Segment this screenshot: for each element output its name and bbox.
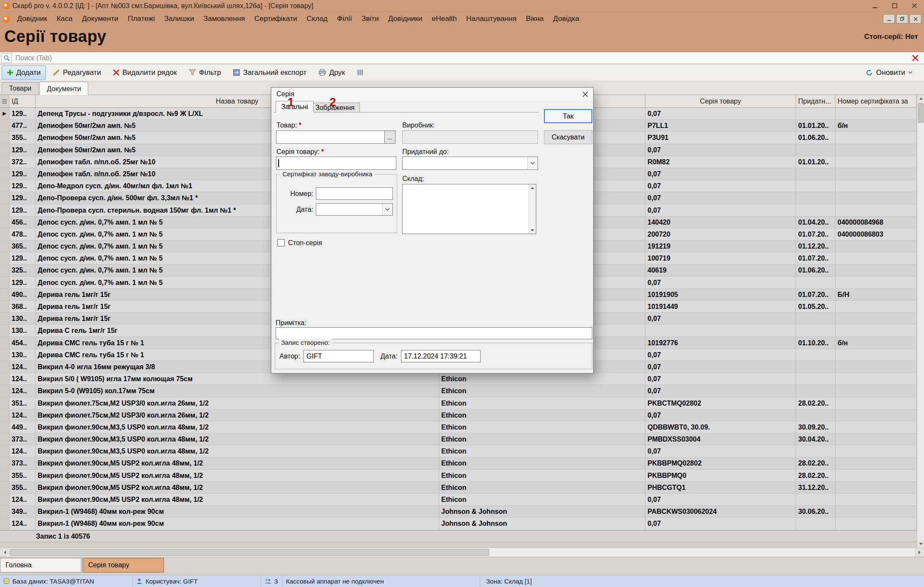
manufacturer-input[interactable] (402, 130, 538, 144)
table-row[interactable]: 351..Викрил фиолет.75см,М2 USP3/0 кол.иг… (0, 397, 917, 409)
cell-expiry (796, 205, 835, 216)
product-picker-button[interactable]: ... (385, 130, 395, 144)
tab-tovary[interactable]: Товари (2, 82, 39, 95)
text-caret (278, 159, 279, 167)
cell-certificate (835, 264, 917, 276)
table-row[interactable]: 449..Викрил фиолет.90см,М3,5 USP0 кол.иг… (0, 421, 917, 433)
horizontal-scrollbar[interactable] (0, 548, 924, 557)
dialog-tab-general[interactable]: Загальні (276, 101, 314, 113)
series-input[interactable] (276, 157, 396, 170)
scroll-left-arrow[interactable] (0, 548, 9, 557)
close-button[interactable] (904, 0, 924, 12)
table-row[interactable]: 373..Викрил фиолет.90см,М3,5 USP0 кол.иг… (0, 433, 917, 445)
menu-item[interactable]: Замовлення (199, 12, 250, 26)
scroll-down-arrow[interactable] (917, 540, 924, 548)
product-input[interactable] (276, 130, 385, 144)
cell-manufacturer: Ethicon (439, 445, 645, 457)
dialog-title-bar[interactable]: Серія (271, 88, 593, 101)
scroll-down-arrow[interactable] (529, 227, 536, 234)
export-button[interactable]: Загальний експорт (228, 65, 312, 80)
menu-item[interactable]: Філії (333, 12, 357, 26)
print-button[interactable]: Друк (313, 65, 350, 80)
combo-arrow-icon[interactable] (527, 157, 538, 169)
table-row[interactable]: 124..Викрил фиолет.90см,М3,5 USP0 кол.иг… (0, 445, 917, 457)
add-button[interactable]: Додати (2, 65, 46, 80)
note-input[interactable] (276, 327, 592, 339)
table-row[interactable]: 355..Викрил фиолет.90см,М5 USP2 кол.игла… (0, 482, 917, 494)
menu-item[interactable]: Склад (302, 12, 332, 26)
cell-id: 129.. (9, 108, 36, 119)
bottom-tab-home[interactable]: Головна (0, 558, 81, 572)
mdi-close-button[interactable] (909, 14, 921, 24)
menu-item[interactable]: Платежі (123, 12, 159, 26)
clear-search-button[interactable] (909, 53, 921, 63)
search-bar (0, 52, 924, 64)
bottom-tab-series[interactable]: Серія товару (83, 558, 164, 572)
mdi-minimize-button[interactable] (883, 14, 895, 24)
table-row[interactable]: 124..Викрил 5/0 ( W9105) игла 17мм колющ… (0, 373, 917, 385)
vertical-scroll-thumb[interactable] (918, 103, 924, 123)
column-header-id[interactable]: ІД (9, 95, 36, 107)
menu-item[interactable]: Сертифікати (250, 12, 302, 26)
menu-item[interactable]: Довідка (548, 12, 584, 26)
stock-scrollbar[interactable] (529, 184, 536, 234)
menu-item[interactable]: Довідники (383, 12, 427, 26)
tab-dokumenty[interactable]: Документи (39, 82, 88, 95)
vertical-scrollbar[interactable] (917, 95, 924, 548)
menu-item[interactable]: Звіти (357, 12, 383, 26)
edit-button[interactable]: Редагувати (48, 65, 106, 80)
cancel-button[interactable]: Скасувати (544, 130, 592, 144)
column-header-expiry[interactable]: Придатн... (796, 95, 835, 107)
grid-corner-button[interactable] (0, 95, 9, 107)
cell-manufacturer: Ethicon (439, 385, 645, 397)
refresh-button[interactable]: Оновити (861, 65, 917, 80)
mdi-restore-button[interactable] (896, 14, 908, 24)
group-icon (264, 578, 271, 584)
valid-until-label: Придатний до: (402, 148, 449, 156)
scroll-up-arrow[interactable] (529, 184, 536, 191)
combo-arrow-icon[interactable] (382, 204, 392, 215)
horizontal-scroll-thumb[interactable] (10, 549, 489, 556)
maximize-button[interactable] (885, 0, 904, 12)
row-marker (0, 216, 9, 228)
cell-expiry (796, 108, 835, 119)
user-icon (136, 578, 143, 584)
stop-series-checkbox[interactable] (277, 239, 285, 246)
stock-listbox[interactable] (402, 184, 536, 234)
table-row[interactable]: 373..Викрил фиолет.90см,М5 USP2 кол.игла… (0, 457, 917, 469)
table-row[interactable]: 124..Викрил фиолет.75см,М2 USP3/0 кол.иг… (0, 409, 917, 421)
minimize-button[interactable] (865, 0, 885, 12)
author-input[interactable] (303, 350, 374, 362)
delete-row-button[interactable]: Видалити рядок (108, 65, 182, 80)
cell-certificate (835, 433, 917, 445)
menu-item[interactable]: Каса (52, 12, 77, 26)
column-header-certificate[interactable]: Номер сертифіката за (835, 95, 917, 107)
menu-item[interactable]: eHealth (427, 12, 462, 26)
menu-item[interactable]: Залишки (160, 12, 199, 26)
table-row[interactable]: 355..Викрил фиолет.90см,М5 USP2 кол.игла… (0, 470, 917, 482)
cert-date-combobox[interactable] (316, 203, 393, 216)
filter-button[interactable]: Фільтр (184, 65, 226, 80)
ok-button[interactable]: Так (544, 109, 592, 123)
created-date-input[interactable] (401, 350, 481, 362)
menu-item[interactable]: Документи (77, 12, 123, 26)
columns-button[interactable] (352, 66, 368, 79)
column-header-series[interactable]: Серія товару (645, 95, 796, 107)
product-label: Товар:* (276, 122, 301, 129)
menu-item[interactable]: Вікна (521, 12, 548, 26)
table-row[interactable]: 124..Викрил фиолет.90см,М5 USP2 кол.игла… (0, 494, 917, 506)
valid-until-combobox[interactable] (402, 157, 538, 170)
cert-number-input[interactable] (316, 187, 393, 200)
scroll-right-arrow[interactable] (915, 548, 924, 557)
scroll-up-arrow[interactable] (917, 95, 924, 102)
cell-id: 129.. (9, 180, 36, 192)
table-row[interactable]: 124..Викрил-1 (W9468) 40мм кол-реж 90смJ… (0, 518, 917, 530)
menu-item[interactable]: Налаштування (461, 12, 521, 26)
search-input[interactable] (12, 54, 909, 62)
table-row[interactable]: 124..Викрил 5-0 (W9105) кол.17мм 75смEth… (0, 385, 917, 397)
table-row[interactable]: 349..Викрил-1 (W9468) 40мм кол-реж 90смJ… (0, 506, 917, 518)
menu-item[interactable]: Довідник (12, 12, 52, 26)
dialog-close-button[interactable] (577, 88, 593, 101)
menu-bar: ДовідникКасаДокументиПлатежіЗалишкиЗамов… (0, 12, 924, 26)
row-marker (0, 277, 9, 288)
